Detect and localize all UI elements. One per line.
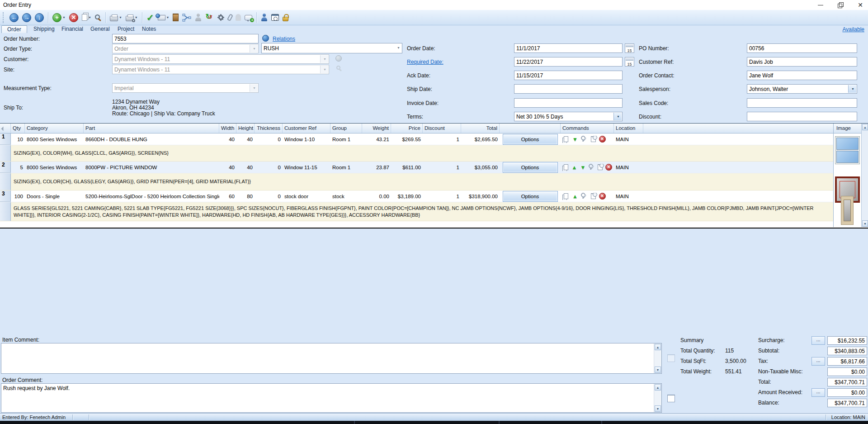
move-down-button[interactable]: ▼ (571, 136, 579, 143)
hierarchy-button[interactable] (180, 11, 193, 24)
col-header-height[interactable]: Height (236, 124, 255, 133)
surcharge-ellipsis-button[interactable]: ... (811, 336, 825, 345)
po-number-input[interactable]: 00756 (747, 43, 857, 53)
pricing-button[interactable] (590, 136, 597, 143)
col-header-total[interactable]: Total (461, 124, 500, 133)
item-comment-scrollbar[interactable]: ▲ ▼ (654, 343, 661, 373)
forward-button[interactable]: → (20, 11, 33, 24)
grid-vertical-scrollbar[interactable]: ▲ ▼ (861, 124, 868, 227)
col-header-discount[interactable]: Discount (423, 124, 461, 133)
options-button[interactable]: Options (503, 191, 558, 202)
scroll-down-icon[interactable]: ▼ (655, 405, 661, 412)
close-icon[interactable]: ✕ (857, 2, 863, 8)
col-header-commands[interactable]: Commands (561, 124, 614, 133)
ack-date-input[interactable]: 11/15/2017 (514, 71, 623, 80)
move-up-button[interactable]: ▲ (571, 193, 579, 200)
invoice-date-input[interactable] (514, 98, 623, 108)
required-date-calendar-button[interactable]: 15 (625, 57, 634, 67)
scroll-up-icon[interactable]: ▲ (655, 344, 661, 350)
terms-combo[interactable]: Net 30 10% 5 Days (514, 112, 623, 121)
validate-button[interactable]: ✓ (145, 11, 156, 24)
sync-button[interactable]: ↻↺ (203, 11, 215, 24)
tax-ellipsis-button[interactable]: ... (811, 357, 825, 366)
print-preview-button[interactable]: ▼ (124, 11, 140, 24)
tab-notes[interactable]: Notes (137, 25, 161, 33)
table-row[interactable]: 1 10 8000 Series Windows 8660DH - DOUBLE… (0, 133, 833, 145)
grid-select-all-corner[interactable] (0, 124, 11, 133)
delete-row-button[interactable]: ✕ (605, 164, 612, 171)
salesperson-combo[interactable]: Johnson, Walter (747, 84, 857, 94)
customer-combo[interactable]: Dynamet Windows - 11 (112, 54, 329, 64)
priority-combo[interactable]: RUSH (261, 43, 402, 53)
row-number[interactable]: 1 (0, 133, 11, 145)
order-contact-input[interactable]: Jane Wolf (747, 71, 857, 80)
tab-shipping[interactable]: Shipping (28, 25, 60, 33)
new-order-button[interactable]: +▼ (51, 11, 67, 24)
sales-code-input[interactable] (747, 98, 857, 108)
options-button[interactable]: Options (503, 134, 558, 145)
tab-project[interactable]: Project (112, 25, 140, 33)
add-comment-button[interactable]: + (243, 11, 254, 24)
delete-row-button[interactable]: ✕ (599, 193, 606, 200)
cancel-button[interactable]: ✕ (67, 11, 80, 24)
order-number-input[interactable]: 7553 (112, 34, 259, 43)
delete-row-button[interactable]: ✕ (599, 136, 606, 143)
copy-button[interactable]: ▼ (80, 11, 93, 24)
available-link[interactable]: Available (843, 26, 864, 33)
copy-row-button[interactable] (562, 136, 570, 143)
scroll-up-icon[interactable]: ▲ (862, 124, 868, 130)
archive-button[interactable] (171, 11, 180, 24)
restore-icon[interactable] (837, 2, 844, 8)
send-email-button[interactable]: ▼ (156, 11, 171, 24)
move-down-button[interactable]: ▼ (580, 164, 586, 171)
options-text-row[interactable]: GLASS SERIES{GL5221, 5221 CAMING{CABR}, … (0, 202, 833, 221)
settings-button[interactable] (215, 11, 226, 24)
pricing-button[interactable] (590, 193, 597, 200)
amount-received-ellipsis-button[interactable]: ... (811, 388, 825, 397)
col-header-image[interactable]: Image (834, 124, 861, 133)
scroll-down-icon[interactable]: ▼ (655, 367, 661, 373)
move-up-button[interactable]: ▲ (571, 164, 578, 171)
pricing-button[interactable] (597, 164, 604, 171)
site-combo[interactable]: Dynamet Windows - 11 (112, 65, 329, 74)
options-text-row[interactable]: SIZING{EX}, COLOR{CH}, GLASS{LEGY, GAS{A… (0, 173, 833, 191)
col-header-options[interactable] (500, 124, 561, 133)
order-comment-textarea[interactable]: Rush request by Jane Wolf. ▲ ▼ (1, 383, 662, 413)
tab-order[interactable]: Order (1, 25, 27, 33)
download-button[interactable]: ↓ (33, 11, 46, 24)
col-header-group[interactable]: Group (330, 124, 362, 133)
order-date-input[interactable]: 11/1/2017 (514, 43, 623, 53)
scroll-down-icon[interactable]: ▼ (862, 220, 868, 227)
table-row[interactable]: 2 5 8000 Series Windows 8000PW - PICTURE… (0, 162, 833, 173)
customer-ref-input[interactable]: Davis Job (747, 57, 857, 67)
discount-input[interactable] (747, 112, 857, 121)
attachment-button[interactable] (226, 11, 234, 24)
ship-date-input[interactable] (514, 84, 623, 94)
required-date-link[interactable]: Required Date: (407, 59, 443, 65)
order-comment-templates-icon[interactable] (667, 395, 675, 402)
col-header-weight[interactable]: Weight (362, 124, 391, 133)
back-button[interactable]: ← (8, 11, 20, 24)
relations-link[interactable]: Relations (273, 36, 295, 42)
search-button[interactable] (93, 11, 103, 24)
tab-general[interactable]: General (85, 25, 115, 33)
order-type-combo[interactable]: Order (112, 44, 259, 53)
scroll-up-icon[interactable]: ▲ (655, 384, 661, 391)
col-header-category[interactable]: Category (25, 124, 84, 133)
required-date-input[interactable]: 11/22/2017 (514, 57, 623, 67)
col-header-customer-ref[interactable]: Customer Ref (283, 124, 330, 133)
schedule-button[interactable] (269, 11, 281, 24)
minimize-icon[interactable] (817, 2, 824, 8)
order-date-calendar-button[interactable]: 15 (625, 43, 634, 53)
customer-button[interactable] (259, 11, 269, 24)
lock-button[interactable] (281, 11, 290, 24)
col-header-width[interactable]: Width (219, 124, 236, 133)
edit-options-button[interactable] (580, 136, 588, 143)
edit-options-button[interactable] (580, 193, 588, 200)
tab-financial[interactable]: Financial (56, 25, 89, 33)
options-text-row[interactable]: SIZING{EX}, COLOR{WH}, GLASS{CLCL, GAS{A… (0, 145, 833, 162)
col-header-location[interactable]: Location (614, 124, 643, 133)
copy-row-button[interactable] (562, 164, 569, 171)
row-number[interactable]: 2 (0, 162, 11, 173)
table-row[interactable]: 3 100 Doors - Single 5200-Heirlooms-SglD… (0, 191, 833, 202)
